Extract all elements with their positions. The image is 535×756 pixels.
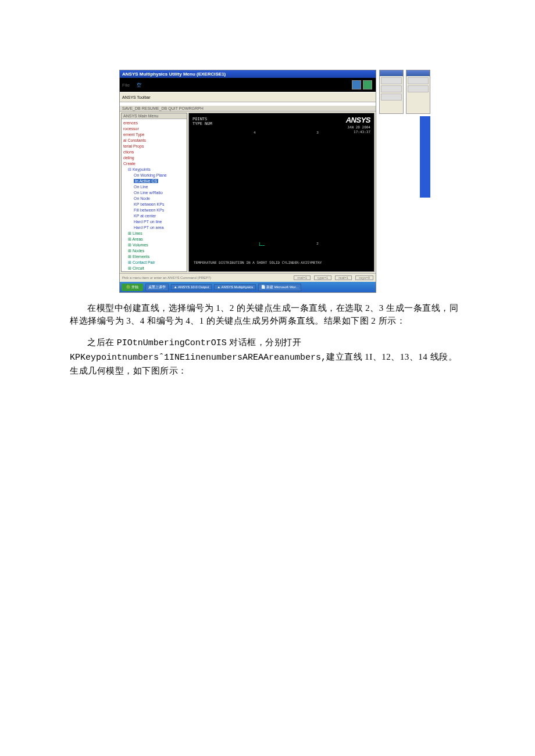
taskbar-item[interactable]: ▲ ANSYS Multiphysics bbox=[214, 284, 256, 290]
work-area: ANSYS Main Menu erences rocessor ement T… bbox=[120, 112, 376, 273]
tree-contact[interactable]: ⊞ Contact Pair bbox=[122, 260, 186, 266]
keypoint-3: ³ bbox=[316, 131, 319, 137]
gfx-points-label: POINTS bbox=[192, 117, 370, 121]
menu-file[interactable]: File bbox=[122, 83, 130, 88]
tree-kp-item[interactable]: Hard PT on area bbox=[122, 225, 186, 231]
paragraph-2: 之后在 PIOtnUmberingContrOIS 对话框，分别打开 bbox=[70, 336, 465, 350]
tree-volumes[interactable]: ⊞ Volumes bbox=[122, 242, 186, 248]
tree-kp-item[interactable]: On Line bbox=[122, 184, 186, 190]
menu-blank[interactable]: 空 bbox=[137, 82, 141, 88]
vertical-tab bbox=[420, 116, 430, 198]
keypoint-4: ⁴ bbox=[253, 131, 256, 137]
toolbar-icon[interactable] bbox=[363, 80, 372, 89]
cmd-prompt: Pick a menu item or enter an ANSYS Comma… bbox=[122, 276, 211, 280]
tree-create[interactable]: Create bbox=[122, 161, 186, 167]
paragraph-1: 在模型中创建直线，选择编号为 1、2 的关键点生成一条直线，在选取 2、3 生成… bbox=[70, 302, 465, 327]
gfx-bottom-note: TEMPERATURE DISTRIBUTION IN A SHORT SOLI… bbox=[194, 260, 322, 264]
menubar[interactable]: File 空 bbox=[120, 78, 376, 92]
cmd-status: csys=0 bbox=[355, 275, 373, 280]
tree-item[interactable]: rocessor bbox=[122, 126, 186, 132]
tree-keypoints[interactable]: ⊟ Keypoints bbox=[122, 167, 186, 173]
taskbar-item[interactable]: 📄 新建 Microsoft Wor... bbox=[258, 284, 301, 291]
tree-lines[interactable]: ⊞ Lines bbox=[122, 231, 186, 237]
tree-transducers[interactable]: ⊞ Transducers bbox=[122, 271, 186, 272]
graphics-window[interactable]: POINTS TYPE NUM ANSYS JAN 20 2004 17:43:… bbox=[188, 113, 374, 272]
ansys-screenshot: ANSYS Multiphysics Utility Menu (EXERCIS… bbox=[119, 70, 430, 293]
command-line[interactable]: Pick a menu item or enter an ANSYS Comma… bbox=[120, 273, 376, 282]
taskbar-item[interactable]: ▲ ANSYS 10.0 Output bbox=[171, 284, 212, 290]
window-titlebar: ANSYS Multiphysics Utility Menu (EXERCIS… bbox=[120, 70, 376, 78]
toolbar-icon[interactable] bbox=[352, 80, 361, 89]
tree-item[interactable]: erences bbox=[122, 120, 186, 126]
tree-kp-active[interactable]: In Active CS bbox=[134, 179, 158, 183]
tree-areas[interactable]: ⊞ Areas bbox=[122, 237, 186, 242]
tree-elements[interactable]: ⊞ Elements bbox=[122, 254, 186, 260]
paragraph-3: KPKeypointnumbersˆ1INE1inenumbersAREAAre… bbox=[70, 350, 465, 377]
gfx-date: JAN 20 2004 17:43:37 bbox=[347, 125, 370, 134]
main-menu-title: ANSYS Main Menu bbox=[122, 113, 187, 119]
tree-kp-item[interactable]: On Line w/Ratio bbox=[122, 190, 186, 196]
tree-kp-item[interactable]: On Node bbox=[122, 196, 186, 202]
tree-item[interactable]: deling bbox=[122, 155, 186, 161]
keypoint-2: ² bbox=[316, 242, 319, 248]
ansys-toolbar-label: ANSYS Toolbar bbox=[120, 92, 376, 102]
start-button[interactable]: 🟢 开始 bbox=[122, 284, 143, 291]
palette-2 bbox=[406, 70, 430, 114]
palette-1 bbox=[379, 70, 404, 114]
tree-item[interactable]: al Constants bbox=[122, 138, 186, 144]
tree-kp-item[interactable]: KP at center bbox=[122, 213, 186, 219]
tree-kp-item[interactable]: Hard PT on line bbox=[122, 219, 186, 225]
ansys-logo: ANSYS bbox=[346, 116, 370, 124]
tree-item[interactable]: ctions bbox=[122, 149, 186, 155]
coord-triad-icon: └─ bbox=[258, 243, 265, 248]
tree-kp-item[interactable]: On Working Plane bbox=[122, 173, 186, 178]
tree-item[interactable]: ement Type bbox=[122, 132, 186, 138]
windows-taskbar[interactable]: 🟢 开始 桌面上课学 ▲ ANSYS 10.0 Output ▲ ANSYS M… bbox=[120, 282, 376, 292]
taskbar-item[interactable]: 桌面上课学 bbox=[145, 284, 169, 291]
ansys-window: ANSYS Multiphysics Utility Menu (EXERCIS… bbox=[119, 70, 376, 293]
tree-kp-item[interactable]: KP between KPs bbox=[122, 202, 186, 207]
toolbar-buttons[interactable]: SAVE_DB RESUME_DB QUIT POWRGRPH bbox=[120, 106, 376, 112]
cmd-status: mat=1 bbox=[294, 275, 311, 280]
cmd-status: real=1 bbox=[335, 275, 352, 280]
main-menu-panel[interactable]: ANSYS Main Menu erences rocessor ement T… bbox=[121, 113, 187, 272]
tree-item[interactable]: terial Props bbox=[122, 144, 186, 149]
tree-nodes[interactable]: ⊞ Nodes bbox=[122, 248, 186, 254]
cmd-status: type=1 bbox=[314, 275, 331, 280]
tree-circuit[interactable]: ⊞ Circuit bbox=[122, 266, 186, 271]
gfx-typenum-label: TYPE NUM bbox=[192, 121, 370, 126]
floating-palettes bbox=[379, 70, 430, 114]
tree-kp-item[interactable]: Fill between KPs bbox=[122, 207, 186, 213]
